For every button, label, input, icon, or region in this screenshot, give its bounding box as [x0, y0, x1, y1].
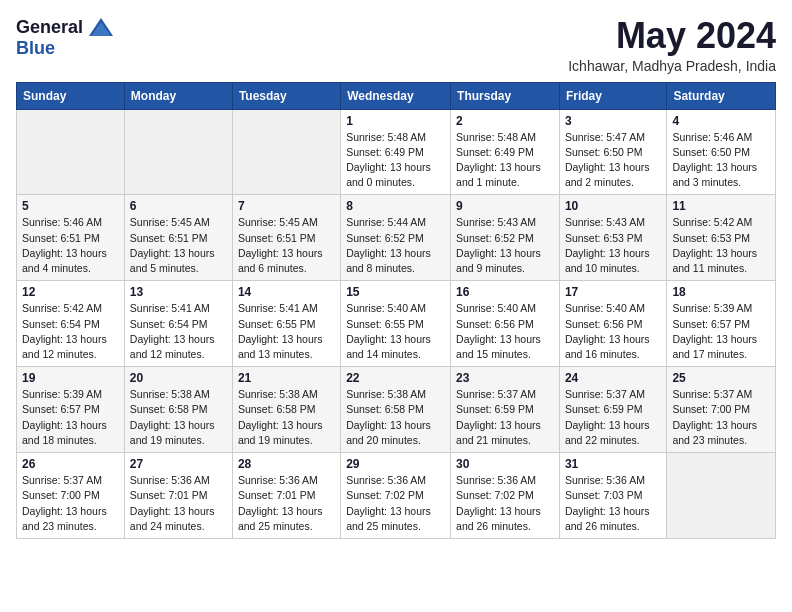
day-info: Sunrise: 5:44 AMSunset: 6:52 PMDaylight:…	[346, 216, 431, 274]
day-number: 3	[565, 114, 661, 128]
calendar-cell: 20 Sunrise: 5:38 AMSunset: 6:58 PMDaylig…	[124, 367, 232, 453]
day-info: Sunrise: 5:47 AMSunset: 6:50 PMDaylight:…	[565, 131, 650, 189]
day-number: 25	[672, 371, 770, 385]
day-number: 22	[346, 371, 445, 385]
calendar-cell: 19 Sunrise: 5:39 AMSunset: 6:57 PMDaylig…	[17, 367, 125, 453]
day-info: Sunrise: 5:36 AMSunset: 7:02 PMDaylight:…	[346, 474, 431, 532]
day-number: 6	[130, 199, 227, 213]
calendar-table: SundayMondayTuesdayWednesdayThursdayFrid…	[16, 82, 776, 539]
day-number: 8	[346, 199, 445, 213]
calendar-cell: 8 Sunrise: 5:44 AMSunset: 6:52 PMDayligh…	[341, 195, 451, 281]
calendar-cell: 25 Sunrise: 5:37 AMSunset: 7:00 PMDaylig…	[667, 367, 776, 453]
day-info: Sunrise: 5:40 AMSunset: 6:55 PMDaylight:…	[346, 302, 431, 360]
calendar-cell: 2 Sunrise: 5:48 AMSunset: 6:49 PMDayligh…	[451, 109, 560, 195]
day-number: 9	[456, 199, 554, 213]
calendar-cell: 18 Sunrise: 5:39 AMSunset: 6:57 PMDaylig…	[667, 281, 776, 367]
weekday-header-wednesday: Wednesday	[341, 82, 451, 109]
calendar-week-row: 12 Sunrise: 5:42 AMSunset: 6:54 PMDaylig…	[17, 281, 776, 367]
weekday-header-tuesday: Tuesday	[232, 82, 340, 109]
calendar-cell: 3 Sunrise: 5:47 AMSunset: 6:50 PMDayligh…	[559, 109, 666, 195]
calendar-cell: 16 Sunrise: 5:40 AMSunset: 6:56 PMDaylig…	[451, 281, 560, 367]
day-number: 4	[672, 114, 770, 128]
logo-general: General	[16, 17, 83, 38]
weekday-header-row: SundayMondayTuesdayWednesdayThursdayFrid…	[17, 82, 776, 109]
calendar-cell: 22 Sunrise: 5:38 AMSunset: 6:58 PMDaylig…	[341, 367, 451, 453]
day-info: Sunrise: 5:43 AMSunset: 6:53 PMDaylight:…	[565, 216, 650, 274]
calendar-week-row: 1 Sunrise: 5:48 AMSunset: 6:49 PMDayligh…	[17, 109, 776, 195]
day-number: 14	[238, 285, 335, 299]
weekday-header-saturday: Saturday	[667, 82, 776, 109]
calendar-cell: 6 Sunrise: 5:45 AMSunset: 6:51 PMDayligh…	[124, 195, 232, 281]
day-number: 18	[672, 285, 770, 299]
day-info: Sunrise: 5:37 AMSunset: 6:59 PMDaylight:…	[456, 388, 541, 446]
logo: General Blue	[16, 16, 115, 59]
day-number: 5	[22, 199, 119, 213]
calendar-cell: 28 Sunrise: 5:36 AMSunset: 7:01 PMDaylig…	[232, 453, 340, 539]
calendar-week-row: 26 Sunrise: 5:37 AMSunset: 7:00 PMDaylig…	[17, 453, 776, 539]
calendar-cell: 9 Sunrise: 5:43 AMSunset: 6:52 PMDayligh…	[451, 195, 560, 281]
calendar-cell: 21 Sunrise: 5:38 AMSunset: 6:58 PMDaylig…	[232, 367, 340, 453]
day-info: Sunrise: 5:37 AMSunset: 7:00 PMDaylight:…	[672, 388, 757, 446]
day-number: 16	[456, 285, 554, 299]
day-info: Sunrise: 5:45 AMSunset: 6:51 PMDaylight:…	[238, 216, 323, 274]
calendar-cell: 26 Sunrise: 5:37 AMSunset: 7:00 PMDaylig…	[17, 453, 125, 539]
day-number: 19	[22, 371, 119, 385]
day-info: Sunrise: 5:43 AMSunset: 6:52 PMDaylight:…	[456, 216, 541, 274]
day-number: 1	[346, 114, 445, 128]
day-info: Sunrise: 5:36 AMSunset: 7:01 PMDaylight:…	[130, 474, 215, 532]
calendar-cell	[17, 109, 125, 195]
day-info: Sunrise: 5:36 AMSunset: 7:03 PMDaylight:…	[565, 474, 650, 532]
calendar-cell: 24 Sunrise: 5:37 AMSunset: 6:59 PMDaylig…	[559, 367, 666, 453]
day-number: 10	[565, 199, 661, 213]
calendar-cell: 23 Sunrise: 5:37 AMSunset: 6:59 PMDaylig…	[451, 367, 560, 453]
day-info: Sunrise: 5:41 AMSunset: 6:54 PMDaylight:…	[130, 302, 215, 360]
day-info: Sunrise: 5:42 AMSunset: 6:54 PMDaylight:…	[22, 302, 107, 360]
day-number: 24	[565, 371, 661, 385]
day-number: 26	[22, 457, 119, 471]
weekday-header-friday: Friday	[559, 82, 666, 109]
calendar-cell: 5 Sunrise: 5:46 AMSunset: 6:51 PMDayligh…	[17, 195, 125, 281]
day-number: 2	[456, 114, 554, 128]
calendar-cell: 7 Sunrise: 5:45 AMSunset: 6:51 PMDayligh…	[232, 195, 340, 281]
calendar-cell	[667, 453, 776, 539]
calendar-cell: 29 Sunrise: 5:36 AMSunset: 7:02 PMDaylig…	[341, 453, 451, 539]
day-info: Sunrise: 5:40 AMSunset: 6:56 PMDaylight:…	[456, 302, 541, 360]
day-info: Sunrise: 5:45 AMSunset: 6:51 PMDaylight:…	[130, 216, 215, 274]
calendar-cell: 14 Sunrise: 5:41 AMSunset: 6:55 PMDaylig…	[232, 281, 340, 367]
logo-icon	[87, 16, 115, 38]
logo-blue: Blue	[16, 38, 55, 58]
day-info: Sunrise: 5:46 AMSunset: 6:50 PMDaylight:…	[672, 131, 757, 189]
day-number: 28	[238, 457, 335, 471]
day-info: Sunrise: 5:36 AMSunset: 7:02 PMDaylight:…	[456, 474, 541, 532]
day-info: Sunrise: 5:36 AMSunset: 7:01 PMDaylight:…	[238, 474, 323, 532]
day-info: Sunrise: 5:38 AMSunset: 6:58 PMDaylight:…	[346, 388, 431, 446]
weekday-header-thursday: Thursday	[451, 82, 560, 109]
day-number: 23	[456, 371, 554, 385]
day-number: 21	[238, 371, 335, 385]
day-info: Sunrise: 5:42 AMSunset: 6:53 PMDaylight:…	[672, 216, 757, 274]
page-header: General Blue May 2024 Ichhawar, Madhya P…	[16, 16, 776, 74]
calendar-cell: 31 Sunrise: 5:36 AMSunset: 7:03 PMDaylig…	[559, 453, 666, 539]
day-number: 17	[565, 285, 661, 299]
day-number: 12	[22, 285, 119, 299]
day-number: 30	[456, 457, 554, 471]
day-number: 13	[130, 285, 227, 299]
calendar-cell: 17 Sunrise: 5:40 AMSunset: 6:56 PMDaylig…	[559, 281, 666, 367]
calendar-cell: 1 Sunrise: 5:48 AMSunset: 6:49 PMDayligh…	[341, 109, 451, 195]
day-number: 11	[672, 199, 770, 213]
day-number: 29	[346, 457, 445, 471]
day-number: 15	[346, 285, 445, 299]
month-year-title: May 2024	[568, 16, 776, 56]
calendar-week-row: 5 Sunrise: 5:46 AMSunset: 6:51 PMDayligh…	[17, 195, 776, 281]
day-info: Sunrise: 5:40 AMSunset: 6:56 PMDaylight:…	[565, 302, 650, 360]
day-info: Sunrise: 5:48 AMSunset: 6:49 PMDaylight:…	[346, 131, 431, 189]
location-subtitle: Ichhawar, Madhya Pradesh, India	[568, 58, 776, 74]
day-info: Sunrise: 5:41 AMSunset: 6:55 PMDaylight:…	[238, 302, 323, 360]
calendar-cell: 11 Sunrise: 5:42 AMSunset: 6:53 PMDaylig…	[667, 195, 776, 281]
weekday-header-monday: Monday	[124, 82, 232, 109]
title-block: May 2024 Ichhawar, Madhya Pradesh, India	[568, 16, 776, 74]
calendar-cell: 10 Sunrise: 5:43 AMSunset: 6:53 PMDaylig…	[559, 195, 666, 281]
calendar-cell: 4 Sunrise: 5:46 AMSunset: 6:50 PMDayligh…	[667, 109, 776, 195]
day-info: Sunrise: 5:38 AMSunset: 6:58 PMDaylight:…	[238, 388, 323, 446]
calendar-cell: 30 Sunrise: 5:36 AMSunset: 7:02 PMDaylig…	[451, 453, 560, 539]
